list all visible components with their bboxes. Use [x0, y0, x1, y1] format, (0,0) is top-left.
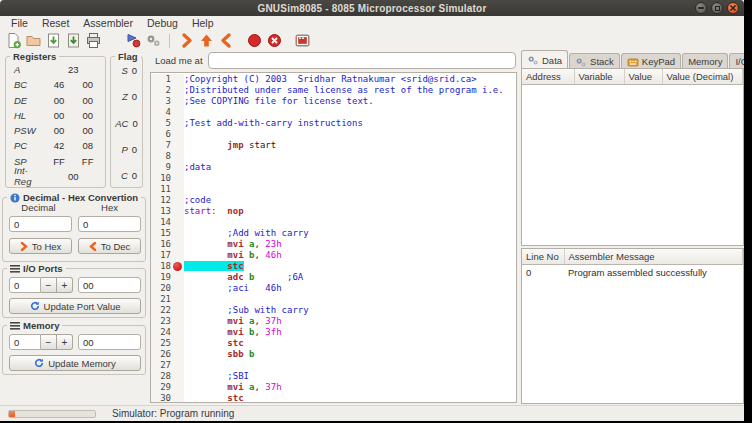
update-port-button[interactable]: Update Port Value	[9, 298, 141, 314]
line-number[interactable]: 24	[151, 327, 171, 338]
breakpoint-gutter[interactable]	[171, 382, 184, 393]
breakpoint-gutter[interactable]	[171, 206, 184, 217]
code-text[interactable]: ;Copyright (C) 2003 Sridhar Ratnakumar <…	[184, 74, 516, 85]
line-number[interactable]: 28	[151, 371, 171, 382]
save-as-button[interactable]	[63, 32, 83, 50]
tab-memory[interactable]: Memory	[682, 53, 728, 69]
flag-value[interactable]: 0	[132, 65, 137, 76]
code-text[interactable]: mvi a, 37h	[184, 316, 516, 327]
register-value[interactable]: 00	[45, 110, 74, 121]
breakpoint-gutter[interactable]	[171, 305, 184, 316]
breakpoint-gutter[interactable]	[171, 294, 184, 305]
code-text[interactable]: stc	[184, 393, 516, 403]
code-text[interactable]	[184, 360, 516, 371]
breakpoint-gutter[interactable]	[171, 349, 184, 360]
breakpoint-gutter[interactable]	[171, 393, 184, 403]
code-text[interactable]: mvi b, 46h	[184, 250, 516, 261]
breakpoint-gutter[interactable]	[171, 371, 184, 382]
line-number[interactable]: 11	[151, 184, 171, 195]
flag-value[interactable]: 0	[132, 170, 137, 181]
breakpoint-gutter[interactable]	[171, 228, 184, 239]
code-text[interactable]: ;Add with carry	[184, 228, 516, 239]
port-value-input[interactable]	[78, 277, 141, 293]
decimal-input[interactable]	[9, 216, 72, 232]
tab-io-ports[interactable]: I/O Ports	[729, 53, 744, 69]
line-number[interactable]: 29	[151, 382, 171, 393]
register-value[interactable]: 23	[45, 64, 102, 75]
line-number[interactable]: 30	[151, 393, 171, 403]
line-number[interactable]: 21	[151, 294, 171, 305]
save-button[interactable]	[43, 32, 63, 50]
line-number[interactable]: 25	[151, 338, 171, 349]
code-text[interactable]	[184, 151, 516, 162]
to-hex-button[interactable]: To Hex	[9, 238, 72, 254]
config-button[interactable]	[143, 32, 163, 50]
code-text[interactable]: start: nop	[184, 206, 516, 217]
io-window-button[interactable]	[292, 32, 312, 50]
line-number[interactable]: 7	[151, 140, 171, 151]
menu-help[interactable]: Help	[185, 16, 221, 30]
breakpoint-gutter[interactable]	[171, 107, 184, 118]
data-table-panel[interactable]: AddressVariableValueValue (Decimal)	[521, 68, 744, 246]
memory-plus-button[interactable]: +	[57, 334, 73, 350]
code-text[interactable]: ;data	[184, 162, 516, 173]
line-number[interactable]: 6	[151, 129, 171, 140]
line-number[interactable]: 23	[151, 316, 171, 327]
line-number[interactable]: 19	[151, 272, 171, 283]
memory-address-input[interactable]	[9, 334, 41, 350]
print-button[interactable]	[83, 32, 103, 50]
flag-value[interactable]: 0	[132, 144, 137, 155]
tab-keypad[interactable]: KeyPad	[621, 53, 681, 69]
code-text[interactable]: ;Sub with carry	[184, 305, 516, 316]
register-value[interactable]: 00	[45, 125, 74, 136]
breakpoint-gutter[interactable]	[171, 74, 184, 85]
code-text[interactable]	[184, 217, 516, 228]
code-text[interactable]	[184, 184, 516, 195]
menu-file[interactable]: File	[4, 16, 35, 30]
code-text[interactable]: mvi a, 37h	[184, 382, 516, 393]
hex-input[interactable]	[78, 216, 141, 232]
code-text[interactable]: jmp start	[184, 140, 516, 151]
close-button[interactable]	[727, 2, 739, 14]
breakpoint-gutter[interactable]	[171, 118, 184, 129]
register-value[interactable]: 08	[73, 140, 102, 151]
breakpoint-gutter[interactable]	[171, 195, 184, 206]
register-value[interactable]: 00	[45, 171, 102, 182]
line-number[interactable]: 12	[151, 195, 171, 206]
assemble-button[interactable]	[123, 32, 143, 50]
breakpoint-gutter[interactable]	[171, 162, 184, 173]
tab-data[interactable]: Data	[521, 50, 568, 69]
register-value[interactable]: FF	[73, 156, 102, 167]
line-number[interactable]: 9	[151, 162, 171, 173]
line-number[interactable]: 17	[151, 250, 171, 261]
register-value[interactable]: 42	[45, 140, 74, 151]
line-number[interactable]: 16	[151, 239, 171, 250]
title-bar[interactable]: GNUSim8085 - 8085 Microprocessor Simulat…	[0, 0, 744, 16]
code-text[interactable]: ;aci 46h	[184, 283, 516, 294]
flag-value[interactable]: 0	[132, 91, 137, 102]
register-value[interactable]: FF	[45, 156, 74, 167]
to-dec-button[interactable]: To Dec	[78, 238, 141, 254]
line-number[interactable]: 22	[151, 305, 171, 316]
code-text[interactable]: ;Distributed under same license as rest …	[184, 85, 516, 96]
breakpoint-gutter[interactable]	[171, 173, 184, 184]
breakpoint-gutter[interactable]	[171, 250, 184, 261]
port-plus-button[interactable]: +	[57, 277, 73, 293]
code-text[interactable]: sbb b	[184, 349, 516, 360]
code-text[interactable]: stc	[184, 261, 516, 272]
register-value[interactable]: 00	[73, 125, 102, 136]
line-number[interactable]: 26	[151, 349, 171, 360]
code-text[interactable]: ;code	[184, 195, 516, 206]
line-number[interactable]: 8	[151, 151, 171, 162]
breakpoint-gutter[interactable]	[171, 184, 184, 195]
code-text[interactable]: ;SBI	[184, 371, 516, 382]
update-memory-button[interactable]: Update Memory	[9, 355, 141, 371]
code-text[interactable]	[184, 129, 516, 140]
code-text[interactable]: adc b ;6A	[184, 272, 516, 283]
breakpoint-gutter[interactable]	[171, 140, 184, 151]
breakpoint-gutter[interactable]	[171, 217, 184, 228]
register-value[interactable]: 00	[73, 95, 102, 106]
breakpoint-gutter[interactable]	[171, 129, 184, 140]
code-text[interactable]	[184, 294, 516, 305]
breakpoint-gutter[interactable]	[171, 283, 184, 294]
